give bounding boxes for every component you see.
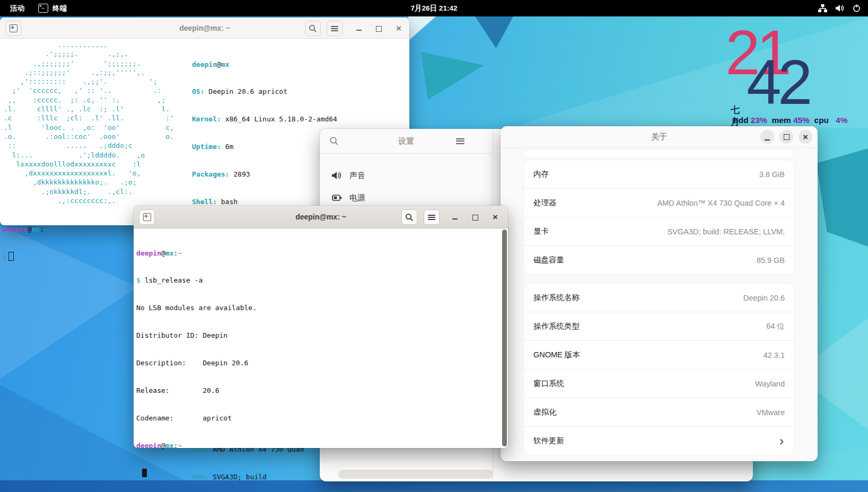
terminal-window-foreground: deepin@mx: ~ × deepin@mx:~ $ lsb_release… xyxy=(134,206,508,448)
system-tray[interactable] xyxy=(818,0,861,16)
menu-button[interactable] xyxy=(453,134,467,148)
clock-minute: 42 xyxy=(747,51,809,113)
titlebar[interactable]: 关于 × xyxy=(501,126,818,148)
output-line: Release: 20.6 xyxy=(136,386,257,395)
maximize-button[interactable] xyxy=(469,213,481,222)
hardware-info-card: 内存3.8 GiB 处理器AMD Athlon™ X4 730 Quad Cor… xyxy=(524,160,794,274)
stat-label: hdd xyxy=(733,116,748,125)
stat-label: mem xyxy=(771,116,791,125)
stat-value: 45% xyxy=(793,116,810,125)
chevron-right-icon: › xyxy=(779,435,784,447)
maximize-icon xyxy=(376,26,382,32)
top-bar: 活动 终端 7月26日 21:42 xyxy=(0,0,868,16)
stat-value: 23% xyxy=(751,116,767,125)
sidebar-item-label: 电源 xyxy=(349,193,365,203)
maximize-icon xyxy=(784,134,790,140)
terminal-cursor xyxy=(8,252,14,261)
titlebar[interactable]: 设置 xyxy=(320,129,493,154)
command-text: lsb_release -a xyxy=(145,276,203,284)
output-line: Codename: apricot xyxy=(136,414,257,423)
desktop: 21 42 七月 26日 星期二 hdd 23% mem 45% cpu 4% … xyxy=(0,0,868,492)
menu-button[interactable] xyxy=(424,209,440,225)
output-line: No LSB modules are available. xyxy=(136,303,257,312)
close-icon: × xyxy=(803,133,808,142)
wallpaper-facet xyxy=(475,16,513,48)
close-icon: × xyxy=(493,213,498,222)
minimize-button[interactable] xyxy=(449,213,461,222)
minimize-button[interactable] xyxy=(353,24,365,33)
wallpaper-facet xyxy=(0,480,868,492)
minimize-icon xyxy=(765,139,770,140)
search-icon xyxy=(405,213,414,222)
wallpaper-facet xyxy=(817,148,868,247)
about-row-gnome-version: GNOME 版本42.3.1 xyxy=(524,340,794,369)
maximize-button[interactable] xyxy=(779,130,793,144)
minimize-icon xyxy=(356,30,362,31)
hamburger-icon xyxy=(456,138,464,144)
close-button[interactable]: × xyxy=(489,212,502,222)
volume-icon xyxy=(836,4,844,12)
shell-prompt: deepin@mx:~ $ xyxy=(3,206,48,280)
scrollbar[interactable] xyxy=(502,230,507,446)
output-line: Description: Deepin 20.6 xyxy=(136,358,257,367)
about-row-graphics: 显卡SVGA3D; build: RELEASE; LLVM; xyxy=(524,217,794,245)
search-button[interactable] xyxy=(305,21,321,36)
titlebar[interactable]: deepin@mx: ~ × xyxy=(134,206,508,229)
network-icon xyxy=(818,4,827,12)
scrolled-card-edge xyxy=(524,150,794,158)
stat-label: cpu xyxy=(814,116,829,125)
power-icon xyxy=(853,4,861,12)
power-battery-icon xyxy=(331,193,342,203)
wallpaper-facet xyxy=(408,16,436,41)
about-row-virtualization: 虚拟化VMware xyxy=(524,398,794,426)
terminal-output: deepin@mx:~ $ lsb_release -a No LSB modu… xyxy=(136,230,257,492)
hamburger-icon xyxy=(331,26,338,31)
about-row-os-name: 操作系统名称Deepin 20.6 xyxy=(524,284,794,312)
wallpaper-facet xyxy=(418,47,484,100)
sidebar-item-power[interactable]: 电源 xyxy=(324,187,488,208)
close-button[interactable]: × xyxy=(799,130,812,144)
close-button[interactable]: × xyxy=(392,23,405,33)
sidebar-item-sound[interactable]: 声音 xyxy=(324,165,488,186)
maximize-button[interactable] xyxy=(372,24,385,33)
neofetch-ascii-art: ............ .';;;;;. .,;,. .,;;;;;;;' '… xyxy=(4,40,174,205)
stat-value: 4% xyxy=(836,116,847,125)
system-stats: hdd 23% mem 45% cpu 4% xyxy=(733,116,847,125)
sidebar-item-label: 声音 xyxy=(349,171,365,181)
about-row-disk: 磁盘容量85.9 GB xyxy=(524,245,794,274)
about-row-memory: 内存3.8 GiB xyxy=(524,160,794,188)
titlebar[interactable]: deepin@mx: ~ × xyxy=(0,17,409,39)
window-title: deepin@mx: ~ xyxy=(0,24,409,32)
about-row-window-system: 窗口系统Wayland xyxy=(524,369,794,398)
about-window: 关于 × 内存3.8 GiB 处理器AMD Athlon™ X4 730 Qua… xyxy=(501,126,818,461)
about-row-processor: 处理器AMD Athlon™ X4 730 Quad Core × 4 xyxy=(524,188,794,217)
about-row-os-type: 操作系统类型64 位 xyxy=(524,312,794,340)
menu-button[interactable] xyxy=(327,21,343,36)
minimize-icon xyxy=(452,218,458,219)
os-info-card: 操作系统名称Deepin 20.6 操作系统类型64 位 GNOME 版本42.… xyxy=(524,284,794,455)
search-icon xyxy=(309,24,317,33)
about-row-software-updates[interactable]: 软件更新› xyxy=(524,426,794,455)
minimize-button[interactable] xyxy=(760,130,774,144)
scrollbar-thumb[interactable] xyxy=(502,230,507,446)
clock-menu[interactable]: 7月26日 21:42 xyxy=(0,0,868,16)
hamburger-icon xyxy=(428,215,435,220)
sidebar-bottom-panel xyxy=(338,470,493,479)
terminal-cursor xyxy=(142,469,147,477)
wallpaper-facet xyxy=(509,16,868,128)
speaker-icon xyxy=(331,171,342,180)
maximize-icon xyxy=(472,215,478,221)
output-line: Distributor ID: Deepin xyxy=(136,331,257,340)
close-icon: × xyxy=(396,24,401,33)
search-button[interactable] xyxy=(401,209,417,225)
